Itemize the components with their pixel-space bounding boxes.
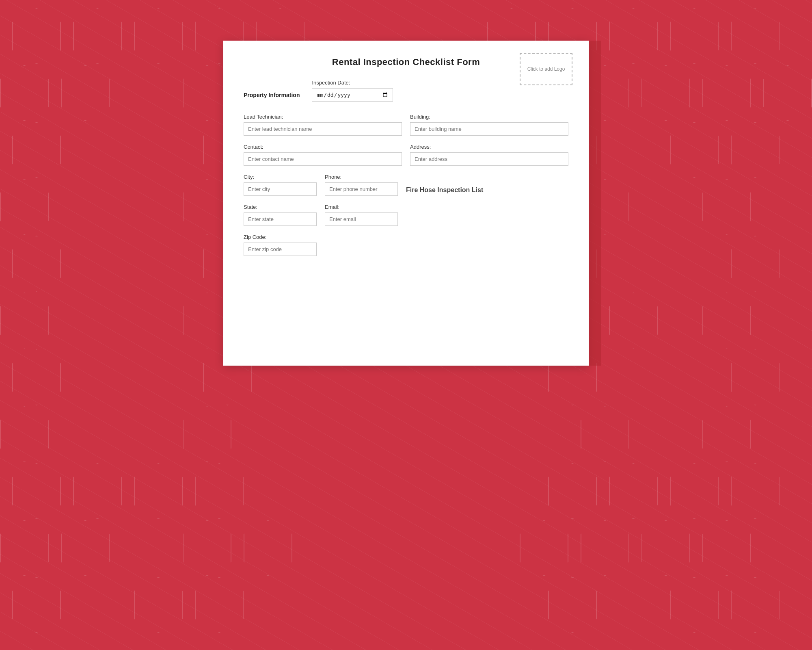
lead-technician-label: Lead Technician: <box>244 114 402 120</box>
state-field: State: <box>244 204 317 226</box>
contact-address-row: Contact: Address: <box>244 144 568 166</box>
email-input[interactable] <box>325 212 398 226</box>
inspection-date-block: Inspection Date: <box>312 80 393 102</box>
lead-technician-field: Lead Technician: <box>244 114 402 136</box>
email-label: Email: <box>325 204 398 210</box>
fire-hose-inspection-label: Fire Hose Inspection List <box>406 186 568 196</box>
contact-field: Contact: <box>244 144 402 166</box>
address-field: Address: <box>410 144 568 166</box>
address-input[interactable] <box>410 152 568 166</box>
state-email-row: State: Email: <box>244 204 568 226</box>
lead-building-row: Lead Technician: Building: <box>244 114 568 136</box>
address-label: Address: <box>410 144 568 150</box>
city-phone-row: City: Phone: Fire Hose Inspection List <box>244 174 568 196</box>
zip-code-input[interactable] <box>244 243 317 256</box>
email-field: Email: <box>325 204 398 226</box>
phone-input[interactable] <box>325 182 398 196</box>
form-container: Click to add Logo Rental Inspection Chec… <box>223 41 589 366</box>
phone-label: Phone: <box>325 174 398 180</box>
building-label: Building: <box>410 114 568 120</box>
zip-code-row: Zip Code: <box>244 234 317 256</box>
city-field: City: <box>244 174 317 196</box>
state-input[interactable] <box>244 212 317 226</box>
contact-label: Contact: <box>244 144 402 150</box>
inspection-date-label: Inspection Date: <box>312 80 393 86</box>
building-input[interactable] <box>410 122 568 136</box>
zip-code-label: Zip Code: <box>244 234 317 240</box>
property-info-row: Property Information Inspection Date: <box>244 80 568 102</box>
building-field: Building: <box>410 114 568 136</box>
logo-label: Click to add Logo <box>527 66 565 72</box>
property-info-label: Property Information <box>244 92 300 98</box>
city-input[interactable] <box>244 182 317 196</box>
lead-technician-input[interactable] <box>244 122 402 136</box>
contact-input[interactable] <box>244 152 402 166</box>
phone-field: Phone: <box>325 174 398 196</box>
state-label: State: <box>244 204 317 210</box>
inspection-date-input[interactable] <box>312 88 393 102</box>
city-label: City: <box>244 174 317 180</box>
main-form-area: Property Information Inspection Date: Le… <box>244 80 568 256</box>
